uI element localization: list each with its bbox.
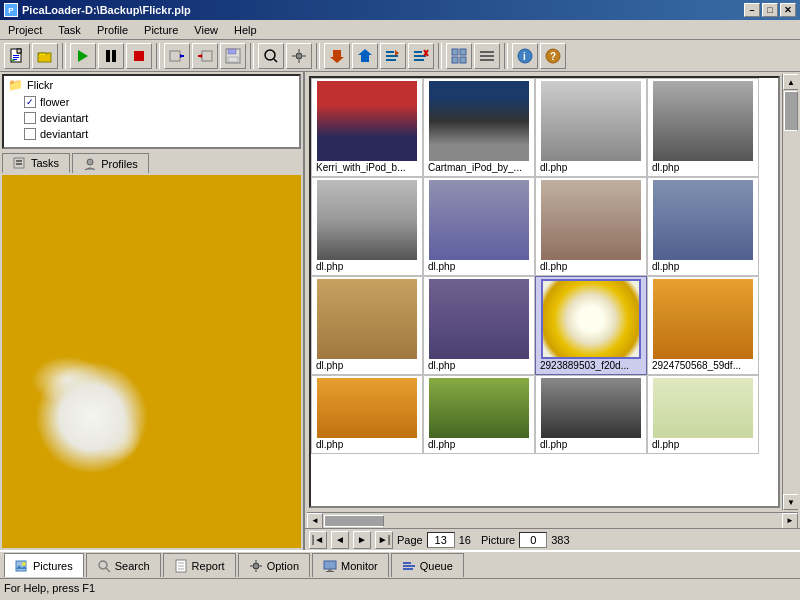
search-button[interactable] bbox=[258, 43, 284, 69]
download-button[interactable] bbox=[324, 43, 350, 69]
thumb-img-3-1[interactable] bbox=[317, 279, 417, 359]
scroll-left-button[interactable]: ◄ bbox=[307, 513, 323, 529]
thumb-img-1-1[interactable] bbox=[317, 81, 417, 161]
bottom-tab-pictures[interactable]: Pictures bbox=[4, 553, 84, 577]
thumb-img-4-1[interactable] bbox=[317, 378, 417, 438]
tab-profiles[interactable]: Profiles bbox=[72, 153, 149, 173]
thumb-img-3-2[interactable] bbox=[429, 279, 529, 359]
menu-bar: Project Task Profile Picture View Help bbox=[0, 20, 800, 40]
thumb-label-2-2: dl.php bbox=[426, 260, 532, 273]
thumb-cell-3-4[interactable]: 2924750568_59df... bbox=[647, 276, 759, 375]
page-prev-button[interactable]: ◄ bbox=[331, 531, 349, 549]
thumb-img-2-1[interactable] bbox=[317, 180, 417, 260]
scroll-thumb[interactable] bbox=[784, 91, 798, 131]
vertical-scrollbar[interactable]: ▲ ▼ bbox=[782, 74, 798, 510]
upload-button[interactable] bbox=[352, 43, 378, 69]
svg-rect-33 bbox=[414, 51, 422, 53]
help-button[interactable]: ? bbox=[540, 43, 566, 69]
thumb-img-4-3[interactable] bbox=[541, 378, 641, 438]
thumb-img-2-2[interactable] bbox=[429, 180, 529, 260]
bottom-tab-monitor[interactable]: Monitor bbox=[312, 553, 389, 577]
tree-item-deviantart2[interactable]: deviantart bbox=[4, 126, 299, 142]
scroll-right-button[interactable]: ► bbox=[782, 513, 798, 529]
page-first-button[interactable]: |◄ bbox=[309, 531, 327, 549]
thumb-cell-2-1[interactable]: dl.php bbox=[311, 177, 423, 276]
thumb-cell-2-3[interactable]: dl.php bbox=[535, 177, 647, 276]
tree-item-label-flower: flower bbox=[40, 96, 69, 108]
info-button[interactable]: i bbox=[512, 43, 538, 69]
menu-profile[interactable]: Profile bbox=[93, 22, 132, 38]
bottom-tab-report[interactable]: Report bbox=[163, 553, 236, 577]
thumb-img-2-3[interactable] bbox=[541, 180, 641, 260]
picture-number-input[interactable] bbox=[519, 532, 547, 548]
thumb-cell-4-3[interactable]: dl.php bbox=[535, 375, 647, 454]
bottom-tab-queue[interactable]: Queue bbox=[391, 553, 464, 577]
thumb-cell-2-2[interactable]: dl.php bbox=[423, 177, 535, 276]
thumb-cell-4-1[interactable]: dl.php bbox=[311, 375, 423, 454]
tree-checkbox-deviantart2[interactable] bbox=[24, 128, 36, 140]
open-button[interactable] bbox=[32, 43, 58, 69]
view-grid-button[interactable] bbox=[474, 43, 500, 69]
thumb-img-1-3[interactable] bbox=[541, 81, 641, 161]
close-button[interactable]: ✕ bbox=[780, 3, 796, 17]
thumb-cell-3-1[interactable]: dl.php bbox=[311, 276, 423, 375]
thumb-img-1-2[interactable] bbox=[429, 81, 529, 161]
thumb-cell-2-4[interactable]: dl.php bbox=[647, 177, 759, 276]
cancel-queue-button[interactable] bbox=[408, 43, 434, 69]
scroll-down-button[interactable]: ▼ bbox=[783, 494, 798, 510]
queue-icon bbox=[402, 559, 416, 573]
thumb-cell-1-4[interactable]: dl.php bbox=[647, 78, 759, 177]
menu-task[interactable]: Task bbox=[54, 22, 85, 38]
tree-root[interactable]: 📁 Flickr bbox=[4, 76, 299, 94]
page-last-button[interactable]: ►| bbox=[375, 531, 393, 549]
thumb-cell-4-2[interactable]: dl.php bbox=[423, 375, 535, 454]
bottom-tab-queue-label: Queue bbox=[420, 560, 453, 572]
thumbnail-grid[interactable]: Kerri_with_iPod_b... Cartman_iPod_by_...… bbox=[309, 76, 780, 508]
page-number-input[interactable] bbox=[427, 532, 455, 548]
import-button[interactable] bbox=[164, 43, 190, 69]
thumb-cell-1-2[interactable]: Cartman_iPod_by_... bbox=[423, 78, 535, 177]
svg-point-22 bbox=[296, 53, 302, 59]
minimize-button[interactable]: – bbox=[744, 3, 760, 17]
bottom-tab-option[interactable]: Option bbox=[238, 553, 310, 577]
menu-picture[interactable]: Picture bbox=[140, 22, 182, 38]
tree-item-deviantart1[interactable]: deviantart bbox=[4, 110, 299, 126]
tree-item-flower[interactable]: ✓ flower bbox=[4, 94, 299, 110]
tree-view[interactable]: 📁 Flickr ✓ flower deviantart deviantart bbox=[2, 74, 301, 149]
start-button[interactable] bbox=[70, 43, 96, 69]
thumb-img-4-4[interactable] bbox=[653, 378, 753, 438]
thumb-img-3-3[interactable] bbox=[541, 279, 641, 359]
tree-checkbox-deviantart1[interactable] bbox=[24, 112, 36, 124]
svg-rect-38 bbox=[452, 49, 458, 55]
thumb-img-3-4[interactable] bbox=[653, 279, 753, 359]
thumb-cell-1-1[interactable]: Kerri_with_iPod_b... bbox=[311, 78, 423, 177]
thumb-img-1-4[interactable] bbox=[653, 81, 753, 161]
menu-help[interactable]: Help bbox=[230, 22, 261, 38]
thumb-img-2-4[interactable] bbox=[653, 180, 753, 260]
menu-view[interactable]: View bbox=[190, 22, 222, 38]
tab-tasks[interactable]: Tasks bbox=[2, 153, 70, 173]
maximize-button[interactable]: □ bbox=[762, 3, 778, 17]
page-next-button[interactable]: ► bbox=[353, 531, 371, 549]
tree-checkbox-flower[interactable]: ✓ bbox=[24, 96, 36, 108]
export-button[interactable] bbox=[192, 43, 218, 69]
thumb-img-4-2[interactable] bbox=[429, 378, 529, 438]
menu-project[interactable]: Project bbox=[4, 22, 46, 38]
thumb-cell-4-4[interactable]: dl.php bbox=[647, 375, 759, 454]
thumb-cell-3-3[interactable]: 2923889503_f20d... bbox=[535, 276, 647, 375]
queue-button[interactable] bbox=[380, 43, 406, 69]
bottom-tab-search[interactable]: Search bbox=[86, 553, 161, 577]
toolbar-sep-1 bbox=[62, 43, 66, 69]
view-list-button[interactable] bbox=[446, 43, 472, 69]
thumb-cell-1-3[interactable]: dl.php bbox=[535, 78, 647, 177]
new-button[interactable] bbox=[4, 43, 30, 69]
scroll-thumb-h[interactable] bbox=[324, 515, 384, 527]
thumb-cell-3-2[interactable]: dl.php bbox=[423, 276, 535, 375]
scroll-up-button[interactable]: ▲ bbox=[783, 74, 798, 90]
pause-button[interactable] bbox=[98, 43, 124, 69]
settings-button[interactable] bbox=[286, 43, 312, 69]
save-button[interactable] bbox=[220, 43, 246, 69]
thumb-label-2-4: dl.php bbox=[650, 260, 756, 273]
stop-button[interactable] bbox=[126, 43, 152, 69]
horizontal-scrollbar[interactable]: ◄ ► bbox=[307, 512, 798, 528]
